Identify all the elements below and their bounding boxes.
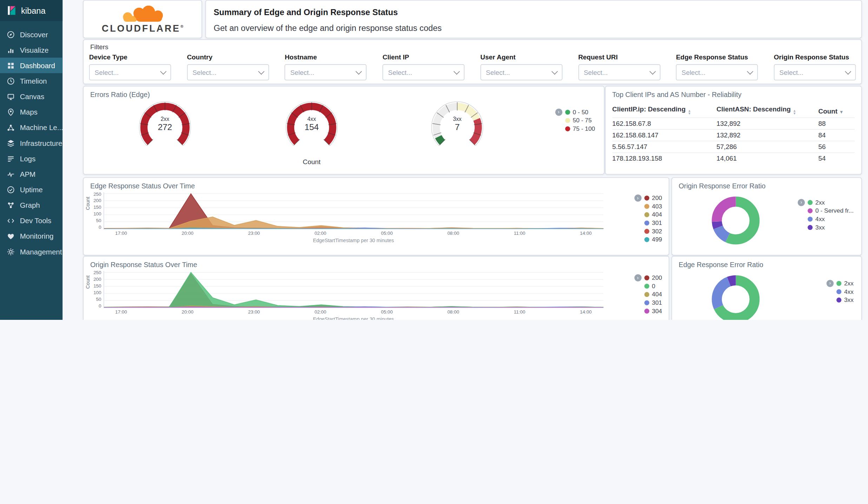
legend-item[interactable]: 50 - 75 — [565, 117, 595, 124]
y-axis-tick: 100 — [93, 290, 101, 296]
sidebar-item-graph[interactable]: Graph — [0, 197, 63, 213]
sidebar-item-machine-learning[interactable]: Machine Le... — [0, 120, 63, 135]
management-icon — [7, 247, 15, 256]
edge-time-legend: › 200 403 404 301 302 499 — [634, 194, 662, 243]
select-placeholder: Select... — [486, 69, 510, 76]
cloudflare-logo-panel: CLOUDFLARE® — [83, 0, 202, 38]
legend-item[interactable]: 3xx — [808, 224, 854, 231]
sidebar-item-management[interactable]: Management — [0, 244, 63, 259]
chevron-down-icon — [845, 68, 851, 75]
legend-item[interactable]: 0 - 50 — [565, 109, 595, 115]
legend-dot-icon — [565, 126, 570, 131]
edge-status-area-chart — [104, 192, 604, 230]
legend-item[interactable]: 4xx — [808, 215, 854, 222]
sidebar-item-canvas[interactable]: Canvas — [0, 89, 63, 104]
legend-item[interactable]: 3xx — [836, 296, 854, 303]
sidebar-item-monitoring[interactable]: Monitoring — [0, 228, 63, 244]
country-filter-select[interactable]: Select... — [187, 64, 269, 80]
x-axis-caption: EdgeStartTimestamp per 30 minutes — [104, 316, 604, 320]
kibana-logo-text: kibana — [21, 6, 46, 15]
filter-label: Country — [187, 53, 269, 61]
legend-toggle-icon[interactable]: › — [555, 109, 562, 116]
device-type-filter-select[interactable]: Select... — [89, 64, 171, 80]
legend-dot-icon — [644, 308, 649, 313]
legend-toggle-icon[interactable]: › — [634, 194, 641, 201]
machine-learning-icon — [7, 123, 15, 132]
hostname-filter-select[interactable]: Select... — [285, 64, 367, 80]
client-ip-filter-select[interactable]: Select... — [383, 64, 465, 80]
legend-item[interactable]: 301 — [644, 299, 662, 306]
x-axis-tick: 20:00 — [182, 231, 193, 236]
infrastructure-icon — [7, 139, 15, 147]
sidebar-item-dev-tools[interactable]: Dev Tools — [0, 213, 63, 228]
origin-time-legend: › 200 0 404 301 304 — [634, 274, 662, 314]
edge-status-over-time-panel: Edge Response Status Over Time Count 250… — [83, 177, 669, 255]
legend-item[interactable]: 404 — [644, 211, 662, 218]
request-uri-filter-select[interactable]: Select... — [578, 64, 660, 80]
legend-toggle-icon[interactable]: › — [827, 280, 834, 287]
legend-item[interactable]: 0 — [644, 283, 662, 289]
sidebar-item-dashboard[interactable]: Dashboard — [0, 58, 63, 73]
legend-item[interactable]: 4xx — [836, 288, 854, 295]
legend-item[interactable]: 302 — [644, 228, 662, 234]
column-header-count[interactable]: Count — [818, 103, 855, 118]
legend-item[interactable]: 75 - 100 — [565, 125, 595, 132]
x-axis-tick: 14:00 — [580, 231, 592, 236]
column-header-clientasn[interactable]: ClientASN: Descending — [717, 103, 818, 118]
filter-label: Hostname — [285, 53, 367, 61]
legend-item[interactable]: 403 — [644, 203, 662, 209]
sidebar-item-logs[interactable]: Logs — [0, 151, 63, 166]
legend-item[interactable]: 200 — [644, 274, 662, 281]
legend-item[interactable]: 404 — [644, 291, 662, 298]
logs-icon — [7, 154, 15, 163]
sidebar-item-label: Timelion — [20, 77, 47, 85]
legend-toggle-icon[interactable]: › — [798, 199, 805, 206]
legend-item[interactable]: 2xx — [836, 280, 854, 286]
legend-dot-icon — [644, 237, 649, 242]
sidebar-item-infrastructure[interactable]: Infrastructure — [0, 135, 63, 151]
legend-dot-icon — [836, 289, 841, 294]
legend-item[interactable]: 0 - Served fr... — [808, 207, 854, 214]
x-axis-tick: 17:00 — [115, 231, 127, 236]
sidebar-item-label: Infrastructure — [20, 139, 63, 147]
kibana-logo[interactable]: kibana — [0, 0, 63, 21]
origin-response-status-filter-select[interactable]: Select... — [774, 64, 856, 80]
legend-label: 75 - 100 — [573, 125, 595, 132]
chevron-down-icon — [160, 68, 166, 75]
sidebar-item-label: Management — [20, 247, 62, 256]
select-placeholder: Select... — [682, 69, 705, 76]
sort-desc-icon — [839, 108, 843, 115]
filter-label: Device Type — [89, 53, 171, 61]
filter-request-uri: Request URI Select... — [578, 53, 660, 80]
filter-origin-response-status: Origin Response Status Select... — [774, 53, 856, 80]
column-header-clientip[interactable]: ClientIP.ip: Descending — [612, 103, 717, 118]
filters-panel-label: Filters — [90, 43, 108, 51]
y-axis-tick: 250 — [93, 270, 101, 276]
x-axis-tick: 05:00 — [381, 231, 393, 236]
filter-edge-response-status: Edge Response Status Select... — [676, 53, 758, 80]
user-agent-filter-select[interactable]: Select... — [480, 64, 562, 80]
sidebar-item-timelion[interactable]: Timelion — [0, 73, 63, 89]
visualize-icon — [7, 46, 15, 54]
legend-item[interactable]: 200 — [644, 194, 662, 201]
x-axis-tick: 11:00 — [514, 231, 525, 236]
sidebar-item-uptime[interactable]: Uptime — [0, 182, 63, 197]
legend-item[interactable]: 301 — [644, 219, 662, 226]
sidebar-item-label: Machine Le... — [20, 123, 63, 132]
legend-label: 200 — [652, 194, 662, 201]
legend-toggle-icon[interactable]: › — [634, 274, 641, 281]
legend-dot-icon — [644, 203, 649, 208]
legend-dot-icon — [836, 297, 841, 302]
filter-device-type: Device Type Select... — [89, 53, 171, 80]
legend-dot-icon — [644, 228, 649, 233]
sidebar-item-visualize[interactable]: Visualize — [0, 42, 63, 58]
sidebar-item-discover[interactable]: Discover — [0, 27, 63, 42]
legend-dot-icon — [565, 118, 570, 123]
sidebar-item-maps[interactable]: Maps — [0, 104, 63, 119]
sidebar: kibana Discover Visualize Dashboard Time… — [0, 0, 63, 320]
legend-item[interactable]: 499 — [644, 236, 662, 243]
legend-item[interactable]: 304 — [644, 308, 662, 314]
edge-response-status-filter-select[interactable]: Select... — [676, 64, 758, 80]
legend-item[interactable]: 2xx — [808, 199, 854, 206]
sidebar-item-apm[interactable]: APM — [0, 166, 63, 182]
